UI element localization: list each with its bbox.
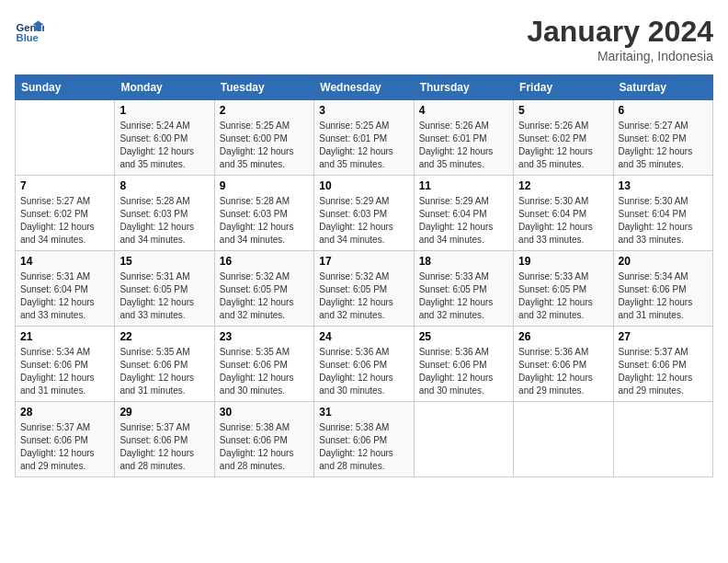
calendar-week-row: 14Sunrise: 5:31 AMSunset: 6:04 PMDayligh… (16, 251, 713, 327)
day-info: Sunrise: 5:30 AMSunset: 6:04 PMDaylight:… (619, 195, 708, 247)
calendar-cell: 4Sunrise: 5:26 AMSunset: 6:01 PMDaylight… (414, 100, 513, 176)
calendar-cell: 16Sunrise: 5:32 AMSunset: 6:05 PMDayligh… (214, 251, 313, 327)
day-number: 9 (220, 179, 309, 192)
calendar-cell: 10Sunrise: 5:29 AMSunset: 6:03 PMDayligh… (314, 176, 414, 251)
day-info: Sunrise: 5:35 AMSunset: 6:06 PMDaylight:… (220, 346, 309, 397)
day-info: Sunrise: 5:25 AMSunset: 6:00 PMDaylight:… (220, 120, 309, 171)
calendar-cell: 13Sunrise: 5:30 AMSunset: 6:04 PMDayligh… (613, 176, 712, 251)
day-info: Sunrise: 5:26 AMSunset: 6:02 PMDaylight:… (518, 120, 608, 171)
day-number: 3 (319, 104, 408, 117)
calendar-cell: 17Sunrise: 5:32 AMSunset: 6:05 PMDayligh… (314, 251, 414, 327)
calendar-cell: 26Sunrise: 5:36 AMSunset: 6:06 PMDayligh… (514, 327, 613, 402)
day-number: 10 (319, 179, 408, 192)
calendar-cell: 30Sunrise: 5:38 AMSunset: 6:06 PMDayligh… (214, 402, 313, 477)
calendar-cell: 19Sunrise: 5:33 AMSunset: 6:05 PMDayligh… (514, 251, 613, 327)
header-saturday: Saturday (613, 75, 712, 100)
header-monday: Monday (115, 75, 214, 100)
day-info: Sunrise: 5:36 AMSunset: 6:06 PMDaylight:… (518, 346, 608, 397)
calendar-cell (613, 402, 712, 477)
day-info: Sunrise: 5:36 AMSunset: 6:06 PMDaylight:… (419, 346, 508, 397)
calendar-cell: 15Sunrise: 5:31 AMSunset: 6:05 PMDayligh… (115, 251, 214, 327)
day-info: Sunrise: 5:28 AMSunset: 6:03 PMDaylight:… (119, 195, 209, 247)
calendar-week-row: 7Sunrise: 5:27 AMSunset: 6:02 PMDaylight… (16, 176, 713, 251)
page-header: General Blue January 2024 Maritaing, Ind… (15, 15, 713, 63)
day-number: 6 (619, 104, 708, 117)
day-info: Sunrise: 5:38 AMSunset: 6:06 PMDaylight:… (220, 421, 309, 473)
calendar-week-row: 1Sunrise: 5:24 AMSunset: 6:00 PMDaylight… (16, 100, 713, 176)
day-number: 27 (619, 330, 708, 343)
day-number: 1 (119, 104, 209, 117)
day-info: Sunrise: 5:34 AMSunset: 6:06 PMDaylight:… (20, 346, 109, 397)
day-number: 25 (419, 330, 508, 343)
day-info: Sunrise: 5:30 AMSunset: 6:04 PMDaylight:… (518, 195, 608, 247)
day-number: 17 (319, 255, 408, 268)
calendar-cell: 21Sunrise: 5:34 AMSunset: 6:06 PMDayligh… (16, 327, 115, 402)
day-number: 12 (518, 179, 608, 192)
svg-text:Blue: Blue (17, 32, 39, 43)
calendar-cell: 5Sunrise: 5:26 AMSunset: 6:02 PMDaylight… (514, 100, 613, 176)
day-number: 24 (319, 330, 408, 343)
day-number: 14 (20, 255, 109, 268)
day-number: 13 (619, 179, 708, 192)
calendar-table: Sunday Monday Tuesday Wednesday Thursday… (15, 75, 713, 477)
day-info: Sunrise: 5:32 AMSunset: 6:05 PMDaylight:… (319, 270, 408, 322)
day-number: 11 (419, 179, 508, 192)
calendar-cell: 24Sunrise: 5:36 AMSunset: 6:06 PMDayligh… (314, 327, 414, 402)
day-number: 26 (518, 330, 608, 343)
day-info: Sunrise: 5:29 AMSunset: 6:04 PMDaylight:… (419, 195, 508, 247)
day-number: 30 (220, 406, 309, 419)
header-sunday: Sunday (16, 75, 115, 100)
day-info: Sunrise: 5:33 AMSunset: 6:05 PMDaylight:… (518, 270, 608, 322)
day-info: Sunrise: 5:31 AMSunset: 6:05 PMDaylight:… (119, 270, 209, 322)
day-info: Sunrise: 5:25 AMSunset: 6:01 PMDaylight:… (319, 120, 408, 171)
calendar-cell: 25Sunrise: 5:36 AMSunset: 6:06 PMDayligh… (414, 327, 513, 402)
day-info: Sunrise: 5:34 AMSunset: 6:06 PMDaylight:… (619, 270, 708, 322)
logo: General Blue (15, 15, 44, 44)
day-info: Sunrise: 5:27 AMSunset: 6:02 PMDaylight:… (20, 195, 109, 247)
logo-icon: General Blue (15, 15, 44, 44)
day-number: 16 (220, 255, 309, 268)
day-info: Sunrise: 5:33 AMSunset: 6:05 PMDaylight:… (419, 270, 508, 322)
calendar-week-row: 28Sunrise: 5:37 AMSunset: 6:06 PMDayligh… (16, 402, 713, 477)
calendar-cell: 11Sunrise: 5:29 AMSunset: 6:04 PMDayligh… (414, 176, 513, 251)
calendar-cell: 31Sunrise: 5:38 AMSunset: 6:06 PMDayligh… (314, 402, 414, 477)
day-info: Sunrise: 5:28 AMSunset: 6:03 PMDaylight:… (220, 195, 309, 247)
day-number: 29 (119, 406, 209, 419)
day-info: Sunrise: 5:36 AMSunset: 6:06 PMDaylight:… (319, 346, 408, 397)
day-info: Sunrise: 5:38 AMSunset: 6:06 PMDaylight:… (319, 421, 408, 473)
calendar-cell: 6Sunrise: 5:27 AMSunset: 6:02 PMDaylight… (613, 100, 712, 176)
day-number: 23 (220, 330, 309, 343)
month-title: January 2024 (527, 15, 713, 49)
day-info: Sunrise: 5:29 AMSunset: 6:03 PMDaylight:… (319, 195, 408, 247)
calendar-cell: 28Sunrise: 5:37 AMSunset: 6:06 PMDayligh… (16, 402, 115, 477)
calendar-cell: 20Sunrise: 5:34 AMSunset: 6:06 PMDayligh… (613, 251, 712, 327)
day-info: Sunrise: 5:24 AMSunset: 6:00 PMDaylight:… (119, 120, 209, 171)
day-info: Sunrise: 5:37 AMSunset: 6:06 PMDaylight:… (119, 421, 209, 473)
calendar-cell: 7Sunrise: 5:27 AMSunset: 6:02 PMDaylight… (16, 176, 115, 251)
calendar-cell: 29Sunrise: 5:37 AMSunset: 6:06 PMDayligh… (115, 402, 214, 477)
calendar-cell (414, 402, 513, 477)
header-tuesday: Tuesday (214, 75, 313, 100)
calendar-cell: 3Sunrise: 5:25 AMSunset: 6:01 PMDaylight… (314, 100, 414, 176)
day-info: Sunrise: 5:27 AMSunset: 6:02 PMDaylight:… (619, 120, 708, 171)
calendar-cell: 14Sunrise: 5:31 AMSunset: 6:04 PMDayligh… (16, 251, 115, 327)
day-number: 2 (220, 104, 309, 117)
day-number: 8 (119, 179, 209, 192)
location-subtitle: Maritaing, Indonesia (527, 49, 713, 63)
calendar-cell: 1Sunrise: 5:24 AMSunset: 6:00 PMDaylight… (115, 100, 214, 176)
day-number: 28 (20, 406, 109, 419)
calendar-week-row: 21Sunrise: 5:34 AMSunset: 6:06 PMDayligh… (16, 327, 713, 402)
calendar-cell: 27Sunrise: 5:37 AMSunset: 6:06 PMDayligh… (613, 327, 712, 402)
calendar-header-row: Sunday Monday Tuesday Wednesday Thursday… (16, 75, 713, 100)
day-number: 20 (619, 255, 708, 268)
day-info: Sunrise: 5:37 AMSunset: 6:06 PMDaylight:… (20, 421, 109, 473)
calendar-cell (16, 100, 115, 176)
calendar-cell: 2Sunrise: 5:25 AMSunset: 6:00 PMDaylight… (214, 100, 313, 176)
calendar-cell: 22Sunrise: 5:35 AMSunset: 6:06 PMDayligh… (115, 327, 214, 402)
day-number: 31 (319, 406, 408, 419)
day-number: 19 (518, 255, 608, 268)
header-friday: Friday (514, 75, 613, 100)
header-wednesday: Wednesday (314, 75, 414, 100)
day-info: Sunrise: 5:32 AMSunset: 6:05 PMDaylight:… (220, 270, 309, 322)
day-number: 4 (419, 104, 508, 117)
